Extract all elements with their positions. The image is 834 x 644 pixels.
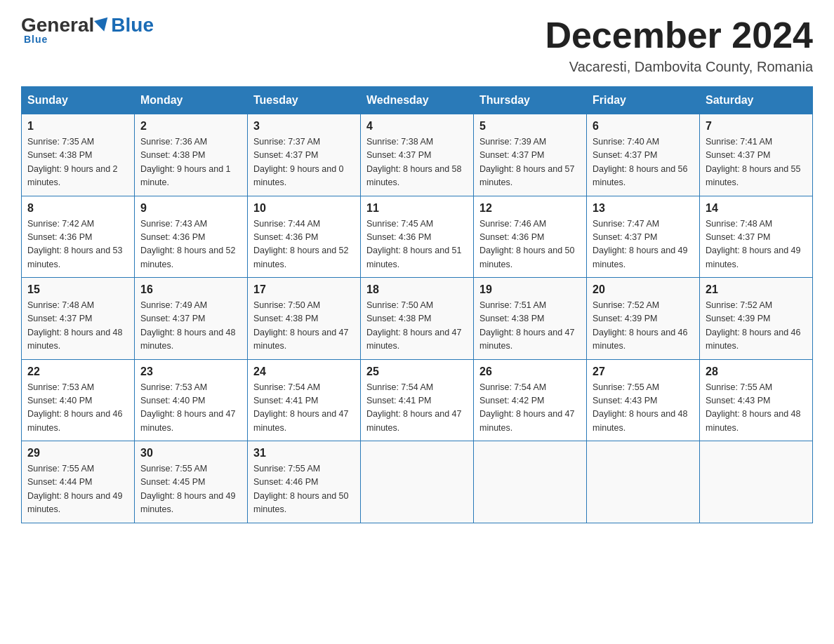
- calendar-cell: 28 Sunrise: 7:55 AMSunset: 4:43 PMDaylig…: [700, 359, 813, 441]
- calendar-cell: 21 Sunrise: 7:52 AMSunset: 4:39 PMDaylig…: [700, 278, 813, 360]
- day-info: Sunrise: 7:39 AMSunset: 4:37 PMDaylight:…: [479, 135, 581, 190]
- day-info: Sunrise: 7:48 AMSunset: 4:37 PMDaylight:…: [27, 299, 128, 354]
- day-info: Sunrise: 7:54 AMSunset: 4:41 PMDaylight:…: [253, 381, 355, 436]
- calendar-week-row: 15 Sunrise: 7:48 AMSunset: 4:37 PMDaylig…: [22, 278, 813, 360]
- header-tuesday: Tuesday: [248, 87, 361, 114]
- calendar-header: Sunday Monday Tuesday Wednesday Thursday…: [22, 87, 813, 114]
- logo-triangle-icon: [94, 18, 111, 34]
- calendar-cell: 1 Sunrise: 7:35 AMSunset: 4:38 PMDayligh…: [22, 114, 135, 196]
- calendar-week-row: 22 Sunrise: 7:53 AMSunset: 4:40 PMDaylig…: [22, 359, 813, 441]
- day-info: Sunrise: 7:40 AMSunset: 4:37 PMDaylight:…: [593, 135, 694, 190]
- calendar-cell: 30 Sunrise: 7:55 AMSunset: 4:45 PMDaylig…: [135, 441, 248, 523]
- day-info: Sunrise: 7:55 AMSunset: 4:46 PMDaylight:…: [253, 462, 355, 517]
- calendar-cell: 20 Sunrise: 7:52 AMSunset: 4:39 PMDaylig…: [587, 278, 700, 360]
- day-info: Sunrise: 7:44 AMSunset: 4:36 PMDaylight:…: [253, 217, 355, 272]
- calendar-cell: 19 Sunrise: 7:51 AMSunset: 4:38 PMDaylig…: [474, 278, 587, 360]
- calendar-cell: 11 Sunrise: 7:45 AMSunset: 4:36 PMDaylig…: [361, 196, 474, 278]
- day-number: 29: [27, 447, 128, 459]
- calendar-cell: 25 Sunrise: 7:54 AMSunset: 4:41 PMDaylig…: [361, 359, 474, 441]
- day-info: Sunrise: 7:36 AMSunset: 4:38 PMDaylight:…: [140, 135, 241, 190]
- calendar-cell: 7 Sunrise: 7:41 AMSunset: 4:37 PMDayligh…: [700, 114, 813, 196]
- day-number: 1: [27, 120, 128, 133]
- day-number: 14: [706, 202, 807, 215]
- day-info: Sunrise: 7:42 AMSunset: 4:36 PMDaylight:…: [27, 217, 128, 272]
- day-number: 25: [366, 365, 468, 378]
- day-number: 6: [593, 120, 694, 133]
- day-info: Sunrise: 7:55 AMSunset: 4:43 PMDaylight:…: [706, 381, 807, 436]
- day-number: 20: [593, 283, 694, 296]
- calendar-cell: 16 Sunrise: 7:49 AMSunset: 4:37 PMDaylig…: [135, 278, 248, 360]
- day-info: Sunrise: 7:52 AMSunset: 4:39 PMDaylight:…: [706, 299, 807, 354]
- logo-underline: Blue: [24, 34, 48, 45]
- header-row: Sunday Monday Tuesday Wednesday Thursday…: [22, 87, 813, 114]
- day-info: Sunrise: 7:46 AMSunset: 4:36 PMDaylight:…: [479, 217, 581, 272]
- calendar-cell: 29 Sunrise: 7:55 AMSunset: 4:44 PMDaylig…: [22, 441, 135, 523]
- day-number: 18: [366, 283, 468, 296]
- day-number: 19: [479, 283, 581, 296]
- day-info: Sunrise: 7:49 AMSunset: 4:37 PMDaylight:…: [140, 299, 241, 354]
- day-number: 22: [27, 365, 128, 378]
- header-sunday: Sunday: [22, 87, 135, 114]
- day-info: Sunrise: 7:52 AMSunset: 4:39 PMDaylight:…: [593, 299, 694, 354]
- day-info: Sunrise: 7:55 AMSunset: 4:44 PMDaylight:…: [27, 462, 128, 517]
- day-info: Sunrise: 7:37 AMSunset: 4:37 PMDaylight:…: [253, 135, 355, 190]
- day-info: Sunrise: 7:45 AMSunset: 4:36 PMDaylight:…: [366, 217, 468, 272]
- calendar-week-row: 8 Sunrise: 7:42 AMSunset: 4:36 PMDayligh…: [22, 196, 813, 278]
- calendar-cell: 22 Sunrise: 7:53 AMSunset: 4:40 PMDaylig…: [22, 359, 135, 441]
- calendar-cell: 12 Sunrise: 7:46 AMSunset: 4:36 PMDaylig…: [474, 196, 587, 278]
- day-info: Sunrise: 7:55 AMSunset: 4:43 PMDaylight:…: [593, 381, 694, 436]
- header-wednesday: Wednesday: [361, 87, 474, 114]
- day-info: Sunrise: 7:50 AMSunset: 4:38 PMDaylight:…: [253, 299, 355, 354]
- day-number: 10: [253, 202, 355, 215]
- calendar-cell: 31 Sunrise: 7:55 AMSunset: 4:46 PMDaylig…: [248, 441, 361, 523]
- header-saturday: Saturday: [700, 87, 813, 114]
- header-thursday: Thursday: [474, 87, 587, 114]
- day-number: 17: [253, 283, 355, 296]
- day-number: 30: [140, 447, 241, 459]
- day-info: Sunrise: 7:41 AMSunset: 4:37 PMDaylight:…: [706, 135, 807, 190]
- calendar-table: Sunday Monday Tuesday Wednesday Thursday…: [21, 86, 813, 523]
- day-number: 2: [140, 120, 241, 133]
- calendar-cell: 27 Sunrise: 7:55 AMSunset: 4:43 PMDaylig…: [587, 359, 700, 441]
- day-info: Sunrise: 7:53 AMSunset: 4:40 PMDaylight:…: [140, 381, 241, 436]
- day-number: 21: [706, 283, 807, 296]
- calendar-cell: 2 Sunrise: 7:36 AMSunset: 4:38 PMDayligh…: [135, 114, 248, 196]
- day-info: Sunrise: 7:55 AMSunset: 4:45 PMDaylight:…: [140, 462, 241, 517]
- calendar-cell: 6 Sunrise: 7:40 AMSunset: 4:37 PMDayligh…: [587, 114, 700, 196]
- title-block: December 2024 Vacaresti, Dambovita Count…: [545, 14, 813, 75]
- day-info: Sunrise: 7:38 AMSunset: 4:37 PMDaylight:…: [366, 135, 468, 190]
- subtitle: Vacaresti, Dambovita County, Romania: [545, 59, 813, 75]
- calendar-cell: 8 Sunrise: 7:42 AMSunset: 4:36 PMDayligh…: [22, 196, 135, 278]
- calendar-body: 1 Sunrise: 7:35 AMSunset: 4:38 PMDayligh…: [22, 114, 813, 523]
- calendar-cell: 23 Sunrise: 7:53 AMSunset: 4:40 PMDaylig…: [135, 359, 248, 441]
- day-info: Sunrise: 7:48 AMSunset: 4:37 PMDaylight:…: [706, 217, 807, 272]
- logo: General Blue Blue: [21, 14, 154, 45]
- day-info: Sunrise: 7:54 AMSunset: 4:42 PMDaylight:…: [479, 381, 581, 436]
- day-info: Sunrise: 7:53 AMSunset: 4:40 PMDaylight:…: [27, 381, 128, 436]
- calendar-cell: 14 Sunrise: 7:48 AMSunset: 4:37 PMDaylig…: [700, 196, 813, 278]
- calendar-cell: 17 Sunrise: 7:50 AMSunset: 4:38 PMDaylig…: [248, 278, 361, 360]
- calendar-cell: 3 Sunrise: 7:37 AMSunset: 4:37 PMDayligh…: [248, 114, 361, 196]
- calendar-week-row: 1 Sunrise: 7:35 AMSunset: 4:38 PMDayligh…: [22, 114, 813, 196]
- day-number: 26: [479, 365, 581, 378]
- calendar-cell: [361, 441, 474, 523]
- day-number: 23: [140, 365, 241, 378]
- day-number: 24: [253, 365, 355, 378]
- calendar-cell: 4 Sunrise: 7:38 AMSunset: 4:37 PMDayligh…: [361, 114, 474, 196]
- day-info: Sunrise: 7:54 AMSunset: 4:41 PMDaylight:…: [366, 381, 468, 436]
- header-monday: Monday: [135, 87, 248, 114]
- day-number: 11: [366, 202, 468, 215]
- calendar-cell: 10 Sunrise: 7:44 AMSunset: 4:36 PMDaylig…: [248, 196, 361, 278]
- calendar-cell: [474, 441, 587, 523]
- calendar-cell: 24 Sunrise: 7:54 AMSunset: 4:41 PMDaylig…: [248, 359, 361, 441]
- day-number: 8: [27, 202, 128, 215]
- calendar-cell: 5 Sunrise: 7:39 AMSunset: 4:37 PMDayligh…: [474, 114, 587, 196]
- calendar-cell: 9 Sunrise: 7:43 AMSunset: 4:36 PMDayligh…: [135, 196, 248, 278]
- day-number: 3: [253, 120, 355, 133]
- calendar-cell: [700, 441, 813, 523]
- day-number: 5: [479, 120, 581, 133]
- day-info: Sunrise: 7:43 AMSunset: 4:36 PMDaylight:…: [140, 217, 241, 272]
- calendar-week-row: 29 Sunrise: 7:55 AMSunset: 4:44 PMDaylig…: [22, 441, 813, 523]
- main-title: December 2024: [545, 14, 813, 56]
- day-number: 4: [366, 120, 468, 133]
